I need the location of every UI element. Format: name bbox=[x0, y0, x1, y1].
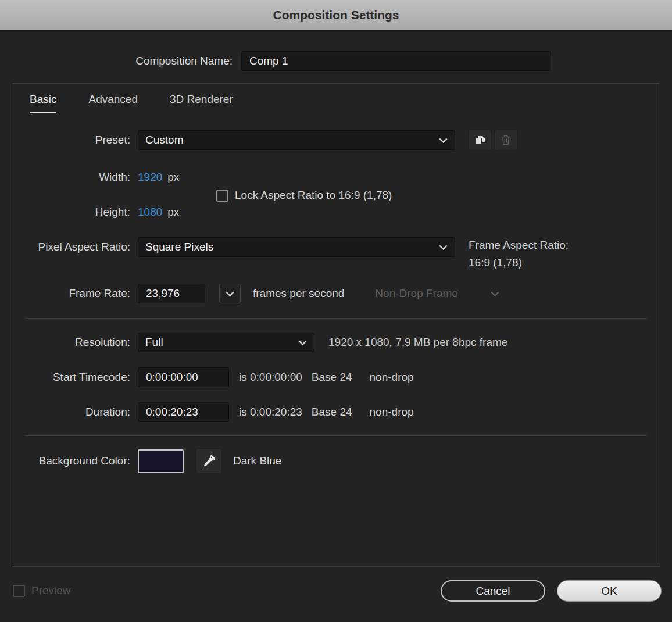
pixel-aspect-ratio-dropdown[interactable]: Square Pixels bbox=[138, 237, 455, 257]
section-divider bbox=[25, 318, 647, 319]
background-color-label: Background Color: bbox=[12, 455, 138, 467]
drop-frame-value: Non-Drop Frame bbox=[375, 287, 458, 300]
tab-basic[interactable]: Basic bbox=[30, 93, 56, 113]
width-label: Width: bbox=[12, 171, 138, 184]
background-color-row: Background Color: Dark Blue bbox=[12, 448, 660, 474]
frame-aspect-ratio-label: Frame Aspect Ratio: bbox=[469, 237, 569, 254]
lock-aspect-checkbox[interactable] bbox=[216, 190, 228, 202]
eyedropper-button[interactable] bbox=[196, 448, 222, 474]
resolution-row: Resolution: Full 1920 x 1080, 7,9 MB per… bbox=[12, 332, 660, 353]
eyedropper-icon bbox=[202, 455, 216, 468]
preview-row: Preview bbox=[13, 584, 71, 597]
preset-label: Preset: bbox=[12, 134, 138, 146]
height-value[interactable]: 1080 bbox=[138, 206, 162, 219]
chevron-down-icon bbox=[298, 340, 307, 345]
start-timecode-base: Base 24 bbox=[312, 371, 352, 384]
preview-label: Preview bbox=[31, 584, 71, 597]
background-color-swatch[interactable] bbox=[138, 449, 184, 473]
frame-rate-preset-button[interactable] bbox=[219, 284, 241, 303]
drop-frame-dropdown: Non-Drop Frame bbox=[371, 284, 503, 303]
chevron-down-icon bbox=[226, 291, 234, 296]
preset-row: Preset: Custom bbox=[12, 130, 660, 151]
width-row: Width: 1920 px bbox=[12, 167, 660, 188]
duration-row: Duration: is 0:00:20:23 Base 24 non-drop bbox=[12, 402, 660, 423]
tab-advanced[interactable]: Advanced bbox=[88, 93, 138, 113]
dialog-title: Composition Settings bbox=[273, 8, 399, 22]
delete-preset-button[interactable] bbox=[494, 130, 517, 151]
frame-rate-label: Frame Rate: bbox=[12, 287, 138, 300]
resolution-dropdown[interactable]: Full bbox=[138, 333, 314, 352]
width-value[interactable]: 1920 bbox=[138, 171, 162, 184]
trash-icon bbox=[501, 134, 511, 146]
background-color-name: Dark Blue bbox=[233, 455, 281, 467]
start-timecode-label: Start Timecode: bbox=[12, 371, 138, 384]
height-unit: px bbox=[167, 206, 179, 219]
pixel-aspect-ratio-value: Square Pixels bbox=[145, 241, 213, 253]
duration-drop: non-drop bbox=[370, 406, 414, 419]
frame-rate-suffix: frames per second bbox=[253, 287, 344, 300]
lock-aspect-row: Lock Aspect Ratio to 16:9 (1,78) bbox=[216, 189, 392, 202]
start-timecode-row: Start Timecode: is 0:00:00:00 Base 24 no… bbox=[12, 367, 660, 388]
resolution-value: Full bbox=[145, 336, 163, 349]
save-preset-icon bbox=[475, 135, 486, 145]
duration-input[interactable] bbox=[138, 402, 229, 422]
preset-value: Custom bbox=[145, 134, 183, 146]
start-timecode-info: is 0:00:00:00 bbox=[239, 371, 302, 384]
tab-3d-renderer[interactable]: 3D Renderer bbox=[170, 93, 233, 113]
lock-aspect-label: Lock Aspect Ratio to 16:9 (1,78) bbox=[235, 189, 392, 202]
section-divider bbox=[25, 435, 647, 436]
duration-label: Duration: bbox=[12, 406, 138, 419]
ok-button[interactable]: OK bbox=[557, 580, 662, 602]
composition-name-label: Composition Name: bbox=[0, 55, 233, 67]
start-timecode-drop: non-drop bbox=[370, 371, 414, 384]
settings-panel: Basic Advanced 3D Renderer Preset: Custo… bbox=[12, 83, 660, 567]
resolution-info: 1920 x 1080, 7,9 MB per 8bpc frame bbox=[328, 336, 507, 349]
frame-rate-row: Frame Rate: frames per second Non-Drop F… bbox=[12, 283, 660, 304]
composition-name-input[interactable] bbox=[241, 51, 551, 71]
frame-aspect-ratio-value: 16:9 (1,78) bbox=[469, 254, 569, 271]
chevron-down-icon bbox=[439, 138, 448, 143]
chevron-down-icon bbox=[439, 245, 448, 250]
tab-bar: Basic Advanced 3D Renderer bbox=[30, 93, 233, 113]
height-row: Height: 1080 px bbox=[12, 202, 660, 223]
preset-dropdown[interactable]: Custom bbox=[138, 130, 455, 150]
dialog-titlebar[interactable]: Composition Settings bbox=[0, 0, 672, 30]
chevron-down-icon bbox=[491, 291, 499, 296]
duration-base: Base 24 bbox=[312, 406, 352, 419]
duration-info: is 0:00:20:23 bbox=[239, 406, 302, 419]
save-preset-button[interactable] bbox=[469, 130, 492, 151]
cancel-button[interactable]: Cancel bbox=[441, 580, 545, 602]
pixel-aspect-ratio-label: Pixel Aspect Ratio: bbox=[12, 241, 138, 253]
width-unit: px bbox=[167, 171, 179, 184]
frame-aspect-ratio-block: Frame Aspect Ratio: 16:9 (1,78) bbox=[469, 237, 569, 271]
resolution-label: Resolution: bbox=[12, 336, 138, 349]
composition-name-row: Composition Name: bbox=[0, 51, 672, 72]
composition-settings-dialog: Composition Settings Composition Name: B… bbox=[0, 0, 672, 622]
start-timecode-input[interactable] bbox=[138, 367, 229, 387]
frame-rate-input[interactable] bbox=[138, 284, 205, 303]
height-label: Height: bbox=[12, 206, 138, 219]
preview-checkbox[interactable] bbox=[13, 585, 25, 597]
